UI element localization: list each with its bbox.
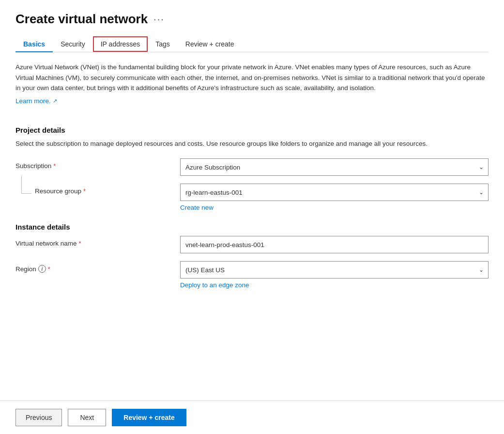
tab-tags[interactable]: Tags [148,36,178,52]
page-title: Create virtual network [15,12,148,27]
subscription-select-wrapper: Azure Subscription ⌄ [180,158,489,176]
subscription-control: Azure Subscription ⌄ [180,158,489,176]
subscription-required-star: * [53,162,56,170]
region-control: (US) East US ⌄ Deploy to an edge zone [180,261,489,289]
learn-more-link[interactable]: Learn more. ↗ [15,97,57,105]
project-details-section: Project details Select the subscription … [15,126,489,211]
more-options-icon[interactable]: ··· [153,14,165,25]
deploy-edge-zone-link[interactable]: Deploy to an edge zone [180,281,249,289]
project-details-header: Project details [15,126,489,134]
resource-group-required-star: * [83,187,86,195]
previous-button[interactable]: Previous [15,409,62,426]
subscription-select[interactable]: Azure Subscription [180,158,489,176]
bottom-bar: Previous Next Review + create [0,401,504,434]
vnet-name-label-col: Virtual network name * [15,236,170,247]
subscription-label: Subscription * [15,162,170,170]
region-label: Region i * [15,265,170,273]
subscription-label-col: Subscription * [15,158,170,170]
resource-group-row: Resource group * rg-learn-eastus-001 ⌄ C… [15,184,489,211]
subscription-row: Subscription * Azure Subscription ⌄ [15,158,489,176]
vnet-name-label: Virtual network name * [15,240,170,247]
vnet-name-input[interactable] [180,236,489,253]
region-info-icon[interactable]: i [38,265,46,273]
vnet-name-row: Virtual network name * [15,236,489,253]
tab-security[interactable]: Security [53,36,93,52]
create-new-link[interactable]: Create new [180,204,214,211]
tab-basics[interactable]: Basics [15,36,53,52]
region-select-wrapper: (US) East US ⌄ [180,261,489,279]
review-create-button[interactable]: Review + create [112,409,186,426]
tabs-bar: Basics Security IP addresses Tags Review… [15,36,489,52]
tab-ip-addresses[interactable]: IP addresses [93,36,148,52]
resource-group-select-wrapper: rg-learn-eastus-001 ⌄ [180,184,489,201]
title-row: Create virtual network ··· [15,12,489,27]
resource-group-label-col: Resource group * [15,184,170,195]
resource-group-label: Resource group * [35,187,170,195]
project-details-description: Select the subscription to manage deploy… [15,139,489,149]
resource-group-control: rg-learn-eastus-001 ⌄ Create new [180,184,489,211]
tab-review-create[interactable]: Review + create [178,36,242,52]
learn-more-label: Learn more. [15,97,51,105]
region-required-star: * [48,265,50,273]
description-text: Azure Virtual Network (VNet) is the fund… [15,62,489,93]
resource-group-select[interactable]: rg-learn-eastus-001 [180,184,489,201]
next-button[interactable]: Next [68,409,106,426]
instance-details-header: Instance details [15,223,489,231]
instance-details-section: Instance details Virtual network name * … [15,223,489,289]
region-label-col: Region i * [15,261,170,273]
vnet-name-required-star: * [79,240,81,247]
region-row: Region i * (US) East US ⌄ Deploy to an e… [15,261,489,289]
vnet-name-control [180,236,489,253]
external-link-icon: ↗ [53,98,57,104]
region-select[interactable]: (US) East US [180,261,489,279]
